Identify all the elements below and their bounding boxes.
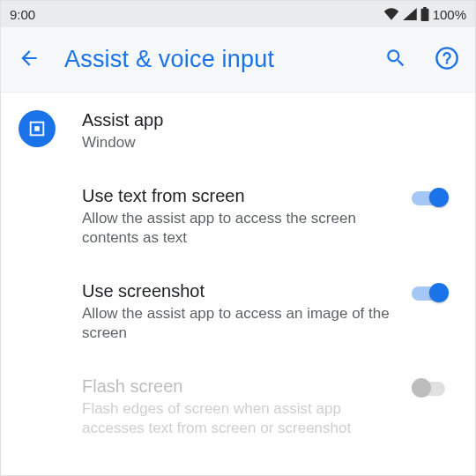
app-bar: Assist & voice input xyxy=(1,27,475,93)
use-screenshot-title: Use screenshot xyxy=(82,279,398,302)
device-frame: 9:00 100% Assist & voice input xyxy=(0,0,476,476)
use-text-row[interactable]: Use text from screen Allow the assist ap… xyxy=(1,168,475,264)
svg-point-0 xyxy=(436,48,457,68)
svg-rect-2 xyxy=(34,126,40,131)
battery-icon xyxy=(420,7,429,21)
flash-screen-toggle xyxy=(412,375,450,401)
use-screenshot-toggle[interactable] xyxy=(412,279,450,306)
assist-app-icon xyxy=(19,110,56,147)
search-button[interactable] xyxy=(380,44,412,76)
battery-percentage: 100% xyxy=(433,7,466,22)
use-screenshot-subtitle: Allow the assist app to access an image … xyxy=(82,304,398,343)
use-screenshot-row[interactable]: Use screenshot Allow the assist app to a… xyxy=(1,264,475,359)
page-title: Assist & voice input xyxy=(64,46,361,73)
settings-list: Assist app Window Use text from screen A… xyxy=(1,93,475,475)
status-bar: 9:00 100% xyxy=(1,1,475,27)
arrow-back-icon xyxy=(18,47,41,73)
flash-screen-subtitle: Flash edges of screen when assist app ac… xyxy=(82,399,398,438)
assist-app-subtitle: Window xyxy=(82,133,398,152)
flash-screen-title: Flash screen xyxy=(82,375,398,398)
help-icon xyxy=(435,46,459,74)
wifi-icon xyxy=(383,8,399,20)
status-time: 9:00 xyxy=(10,7,35,22)
use-text-toggle[interactable] xyxy=(412,184,450,211)
assist-app-title: Assist app xyxy=(82,108,398,131)
help-button[interactable] xyxy=(431,44,463,76)
use-text-subtitle: Allow the assist app to access the scree… xyxy=(82,209,398,248)
status-icons: 100% xyxy=(383,7,466,22)
flash-screen-row: Flash screen Flash edges of screen when … xyxy=(1,359,475,454)
assist-app-row[interactable]: Assist app Window xyxy=(1,93,475,168)
use-text-title: Use text from screen xyxy=(82,184,398,207)
search-icon xyxy=(384,47,407,73)
cell-signal-icon xyxy=(403,8,417,20)
back-button[interactable] xyxy=(13,44,45,76)
